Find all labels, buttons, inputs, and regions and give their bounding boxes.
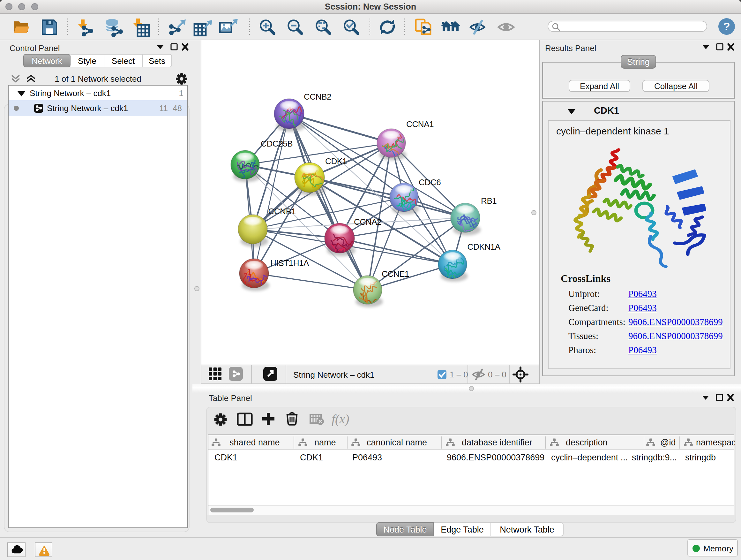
svg-text:CCNA2: CCNA2 [354,217,381,227]
svg-text:String Network – cdk1: String Network – cdk1 [293,370,374,380]
svg-text:CDK1: CDK1 [325,157,347,166]
svg-text:name: name [314,438,336,447]
svg-text:RB1: RB1 [481,196,496,206]
svg-text:CCNB2: CCNB2 [304,92,331,102]
svg-text:CCNB1: CCNB1 [268,206,295,216]
svg-text:CCNE1: CCNE1 [382,269,409,279]
svg-text:description: description [566,438,608,447]
svg-text:1 – 0: 1 – 0 [450,370,468,379]
svg-text:0 – 0: 0 – 0 [488,370,507,379]
svg-text:CDKN1A: CDKN1A [467,242,500,252]
svg-text:HIST1H1A: HIST1H1A [270,258,309,268]
svg-text:f(x): f(x) [332,412,349,426]
svg-text:@id: @id [660,438,676,447]
svg-text:CDC25B: CDC25B [261,139,293,148]
svg-text:CCNA1: CCNA1 [406,119,434,129]
svg-text:?: ? [723,20,730,33]
svg-text:namespac: namespac [696,438,735,447]
svg-text:canonical name: canonical name [367,438,427,447]
svg-text:CDC6: CDC6 [419,178,441,187]
svg-text:shared name: shared name [229,438,280,447]
svg-text:database identifier: database identifier [462,438,532,447]
